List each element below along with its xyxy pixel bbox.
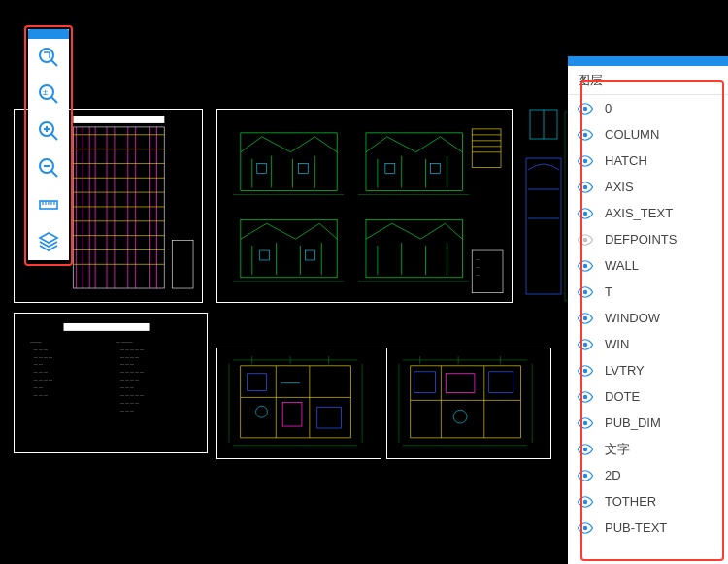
svg-rect-67 <box>526 158 561 294</box>
layer-row[interactable]: T <box>568 279 728 305</box>
layer-row[interactable]: 0 <box>568 95 728 121</box>
svg-rect-105 <box>282 402 302 426</box>
svg-rect-71 <box>64 323 150 331</box>
svg-rect-0 <box>73 116 164 123</box>
zoom-previous-button[interactable]: ± <box>28 76 69 113</box>
layer-name: 文字 <box>605 441 630 458</box>
layer-row[interactable]: TOTHER <box>568 488 728 514</box>
svg-line-124 <box>51 97 57 103</box>
layer-visibility-toggle[interactable] <box>576 256 595 276</box>
layer-row[interactable]: COLUMN <box>568 121 728 148</box>
layer-visibility-toggle[interactable] <box>576 151 595 171</box>
svg-line-127 <box>51 134 57 140</box>
layer-row[interactable]: PUB-TEXT <box>568 514 728 541</box>
tab-other[interactable] <box>648 66 729 94</box>
cad-drawing: ———— — —— — — — — —— — —— — — — — —— — —… <box>20 319 201 448</box>
tab-layers[interactable]: 图层 <box>568 66 648 94</box>
layer-visibility-toggle[interactable] <box>576 309 595 328</box>
layers-list: 0COLUMNHATCHAXISAXIS_TEXTDEFPOINTSWALLTW… <box>568 95 728 541</box>
layer-row[interactable]: DOTE <box>568 383 728 410</box>
svg-point-103 <box>256 406 268 417</box>
layer-name: PUB-TEXT <box>605 520 667 535</box>
zoom-extents-button[interactable] <box>28 39 69 76</box>
layer-name: TOTHER <box>605 494 656 509</box>
layers-icon <box>37 230 60 253</box>
svg-text:— — —: — — — <box>120 408 134 413</box>
svg-text:—: — <box>476 256 480 261</box>
layer-visibility-toggle[interactable] <box>576 466 595 485</box>
svg-point-151 <box>583 394 588 399</box>
layer-row[interactable]: HATCH <box>568 148 728 174</box>
viewer-toolbar: ± <box>28 29 69 260</box>
layer-visibility-toggle[interactable] <box>576 414 595 433</box>
toolbar-header[interactable] <box>28 29 69 39</box>
svg-line-122 <box>51 60 57 66</box>
layer-visibility-toggle[interactable] <box>576 518 595 538</box>
layer-name: WINDOW <box>605 311 660 325</box>
svg-rect-45 <box>260 250 270 260</box>
layers-tabs: 图层 <box>568 66 728 95</box>
svg-text:— — —: — — — <box>34 369 48 374</box>
svg-rect-118 <box>489 372 513 393</box>
layer-visibility-toggle[interactable] <box>576 361 595 381</box>
zoom-in-button[interactable] <box>28 113 69 149</box>
layer-row[interactable]: AXIS_TEXT <box>568 200 728 226</box>
zoom-out-icon <box>37 156 60 180</box>
sheet-notes: ———— — —— — — — — —— — —— — — — — —— — —… <box>14 313 208 453</box>
svg-point-149 <box>583 342 588 347</box>
svg-text:— — —: — — — <box>34 347 48 351</box>
layer-name: HATCH <box>605 153 647 168</box>
svg-point-155 <box>583 499 588 504</box>
svg-rect-117 <box>414 372 436 393</box>
layer-visibility-toggle[interactable] <box>576 230 595 249</box>
layer-visibility-toggle[interactable] <box>576 282 595 302</box>
svg-text:— —: — — <box>34 384 43 389</box>
layer-row[interactable]: DEFPOINTS <box>568 226 728 252</box>
svg-text:— — — —: — — — — <box>120 400 139 405</box>
layer-visibility-toggle[interactable] <box>576 125 595 145</box>
svg-text:— —: — — <box>34 361 43 366</box>
layers-panel-header[interactable] <box>568 56 728 66</box>
layer-row[interactable]: WINDOW <box>568 305 728 331</box>
layers-button[interactable] <box>28 223 69 260</box>
svg-text:— — — — —: — — — — — <box>120 347 144 351</box>
sheet-plan-a <box>216 348 381 459</box>
layer-name: WIN <box>605 337 629 351</box>
layer-name: T <box>605 284 612 299</box>
layer-visibility-toggle[interactable] <box>576 387 595 407</box>
svg-point-145 <box>583 237 588 242</box>
svg-point-153 <box>583 447 588 451</box>
svg-text:— — — —: — — — — <box>34 377 52 382</box>
layer-row[interactable]: WIN <box>568 331 728 357</box>
layer-name: PUB_DIM <box>605 415 661 430</box>
layer-name: DOTE <box>605 389 640 404</box>
layer-row[interactable]: WALL <box>568 252 728 279</box>
layer-visibility-toggle[interactable] <box>576 440 595 459</box>
layer-visibility-toggle[interactable] <box>576 178 595 197</box>
svg-rect-25 <box>172 241 193 288</box>
tab-layers-label: 图层 <box>578 72 603 89</box>
layer-name: 2D <box>605 468 621 482</box>
svg-text:— — —: — — — <box>120 384 134 389</box>
svg-point-142 <box>583 158 588 163</box>
layer-visibility-toggle[interactable] <box>576 335 595 354</box>
layer-row[interactable]: 2D <box>568 462 728 488</box>
svg-text:— — — —: — — — — <box>120 354 139 359</box>
layer-visibility-toggle[interactable] <box>576 99 595 118</box>
measure-button[interactable] <box>28 186 69 223</box>
layer-name: 0 <box>605 101 612 116</box>
layer-name: COLUMN <box>605 127 659 142</box>
layer-visibility-toggle[interactable] <box>576 204 595 223</box>
layer-row[interactable]: PUB_DIM <box>568 410 728 436</box>
layer-row[interactable]: AXIS <box>568 174 728 200</box>
layer-row[interactable]: 文字 <box>568 436 728 462</box>
svg-text:— — — — —: — — — — — <box>120 392 144 397</box>
layer-row[interactable]: LVTRY <box>568 357 728 383</box>
svg-point-147 <box>583 289 588 294</box>
zoom-out-button[interactable] <box>28 149 69 186</box>
sheet-elevations: ——— <box>216 109 513 303</box>
svg-point-140 <box>583 106 588 111</box>
cad-drawing <box>223 354 375 453</box>
layer-visibility-toggle[interactable] <box>576 492 595 512</box>
svg-rect-102 <box>317 407 342 428</box>
